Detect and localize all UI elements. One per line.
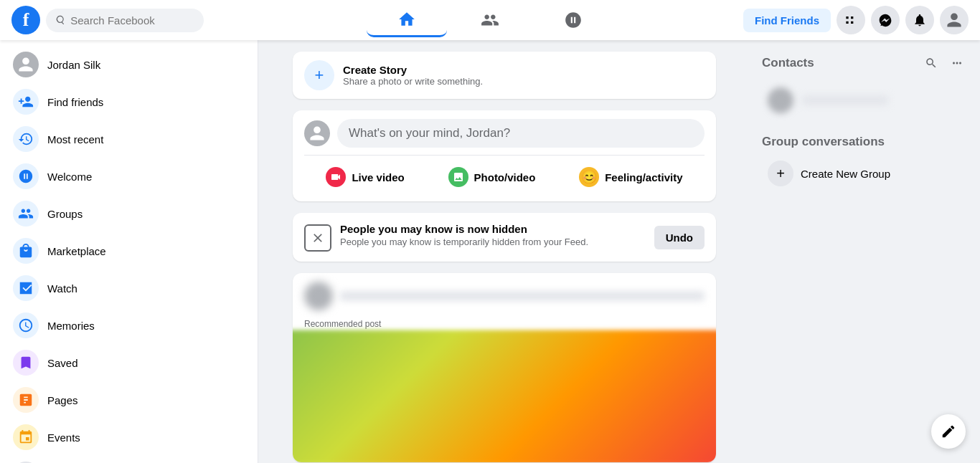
live-video-label: Live video — [352, 171, 404, 183]
contact-avatar — [768, 87, 793, 113]
contacts-title: Contacts — [762, 56, 814, 70]
avatar-icon — [17, 56, 34, 73]
right-sidebar: Contacts Group conversations — [750, 40, 980, 463]
profile-icon — [946, 11, 963, 29]
live-video-icon — [326, 167, 346, 187]
create-story-text: Create Story Share a photo or write some… — [343, 64, 483, 87]
sidebar-welcome-label: Welcome — [47, 171, 92, 183]
hidden-notif-icon — [304, 224, 331, 252]
post-box-actions: Live video Photo/video 😊 Feeling/activit… — [304, 161, 705, 193]
live-video-action[interactable]: Live video — [317, 161, 413, 193]
hidden-notif-content: People you may know is now hidden People… — [340, 223, 646, 247]
post-input[interactable]: What's on your mind, Jordan? — [337, 119, 705, 148]
events-icon — [13, 424, 39, 450]
photo-video-icon — [448, 167, 468, 187]
contacts-more-icon — [951, 57, 963, 70]
search-input[interactable] — [70, 14, 195, 27]
create-group-plus-icon: + — [768, 161, 793, 186]
groups-svg — [18, 206, 34, 221]
messenger-icon — [878, 13, 892, 27]
rec-post-name — [340, 291, 705, 301]
rec-post-header — [293, 273, 716, 319]
contacts-search-button[interactable] — [920, 52, 943, 75]
most-recent-svg — [18, 131, 34, 147]
sidebar-find-friends-label: Find friends — [47, 96, 103, 108]
sidebar-item-find-friends[interactable]: Find friends — [6, 83, 252, 120]
feeling-label: Feeling/activity — [605, 171, 682, 183]
sidebar-item-most-recent[interactable]: Most recent — [6, 120, 252, 158]
create-group-button[interactable]: + Create New Group — [762, 155, 969, 192]
sidebar-item-groups[interactable]: Groups — [6, 195, 252, 232]
home-icon — [397, 10, 416, 29]
chat-bubble-button[interactable] — [931, 414, 966, 449]
rec-post-image — [293, 330, 716, 463]
topnav-right: Find Friends — [654, 6, 969, 34]
sidebar-user-name: Jordan Silk — [47, 59, 100, 71]
sidebar-item-pages[interactable]: Pages — [6, 381, 252, 419]
apps-icon — [844, 13, 858, 27]
groups-icon — [564, 11, 583, 29]
messenger-icon-button[interactable] — [871, 6, 900, 34]
sidebar-item-events[interactable]: Events — [6, 419, 252, 456]
groups-sidebar-icon — [13, 201, 39, 226]
find-friends-icon — [13, 89, 39, 115]
post-box-avatar — [304, 120, 330, 146]
apps-icon-button[interactable] — [837, 6, 865, 34]
create-story-title: Create Story — [343, 64, 483, 76]
contact-name — [802, 95, 888, 105]
marketplace-svg — [18, 243, 34, 259]
notifications-icon-button[interactable] — [905, 6, 934, 34]
events-svg — [18, 429, 34, 445]
feeling-activity-action[interactable]: 😊 Feeling/activity — [570, 161, 691, 193]
feeling-icon: 😊 — [579, 167, 599, 187]
hidden-notif-subtitle: People you may know is temporarily hidde… — [340, 237, 646, 247]
contact-item[interactable] — [762, 83, 969, 118]
contacts-more-button[interactable] — [946, 52, 969, 75]
facebook-logo[interactable]: f — [11, 6, 40, 34]
profile-icon-button[interactable] — [940, 6, 969, 34]
feed-inner: + Create Story Share a photo or write so… — [293, 52, 716, 462]
photo-video-label: Photo/video — [474, 171, 536, 183]
watch-svg — [18, 280, 34, 296]
sidebar-item-memories[interactable]: Memories — [6, 307, 252, 344]
memories-svg — [18, 318, 34, 333]
contacts-header: Contacts — [762, 52, 969, 75]
chat-edit-icon — [941, 424, 956, 439]
post-avatar-icon — [308, 125, 326, 142]
friends-icon — [481, 11, 499, 29]
user-avatar — [13, 52, 39, 77]
post-box-divider — [304, 155, 705, 156]
watch-icon — [13, 275, 39, 301]
search-bar[interactable] — [46, 9, 204, 32]
photo-svg — [453, 171, 464, 183]
sidebar-item-watch[interactable]: Watch — [6, 269, 252, 307]
create-story-card[interactable]: + Create Story Share a photo or write so… — [293, 52, 716, 99]
search-icon — [55, 14, 65, 26]
main-layout: Jordan Silk Find friends Most recent — [0, 40, 980, 463]
sidebar-item-welcome[interactable]: Welcome — [6, 158, 252, 195]
sidebar-item-see-more[interactable]: See more — [6, 456, 252, 463]
nav-home-button[interactable] — [367, 3, 447, 37]
saved-icon — [13, 350, 39, 376]
post-box: What's on your mind, Jordan? Live video — [293, 110, 716, 201]
find-friends-button[interactable]: Find Friends — [743, 9, 831, 32]
sidebar-marketplace-label: Marketplace — [47, 245, 106, 257]
welcome-svg — [18, 168, 34, 184]
group-conversations: Group conversations + Create New Group — [762, 135, 969, 192]
pages-icon — [13, 387, 39, 413]
sidebar-item-marketplace[interactable]: Marketplace — [6, 232, 252, 269]
recommended-post-card: Recommended post — [293, 273, 716, 462]
nav-friends-button[interactable] — [450, 3, 530, 37]
sidebar-item-profile[interactable]: Jordan Silk — [6, 46, 252, 83]
live-svg — [330, 171, 341, 183]
undo-button[interactable]: Undo — [654, 226, 705, 249]
sidebar-item-saved[interactable]: Saved — [6, 344, 252, 381]
create-story-plus-icon: + — [304, 60, 334, 90]
most-recent-icon — [13, 126, 39, 152]
nav-groups-button[interactable] — [533, 3, 613, 37]
create-story-subtitle: Share a photo or write something. — [343, 76, 483, 87]
marketplace-icon — [13, 238, 39, 264]
contacts-icons — [920, 52, 969, 75]
photo-video-action[interactable]: Photo/video — [440, 161, 545, 193]
hidden-notification: People you may know is now hidden People… — [293, 213, 716, 262]
